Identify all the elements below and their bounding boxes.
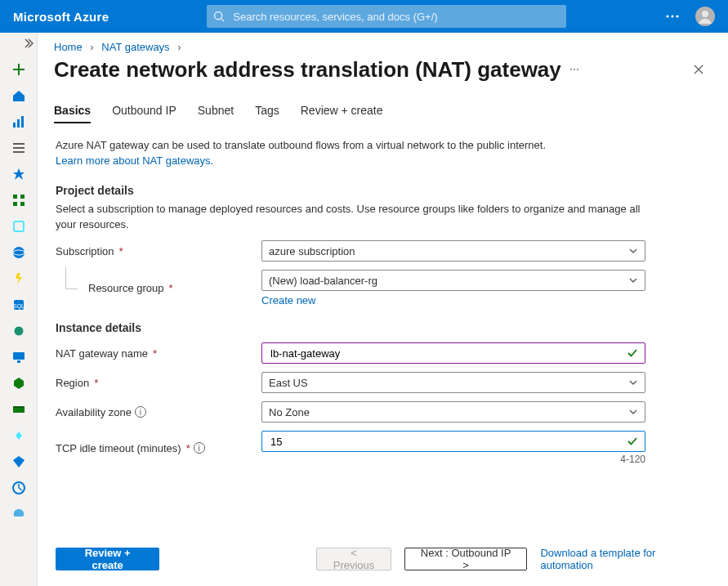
nat-name-field[interactable] [269, 343, 623, 363]
intro-text: Azure NAT gateway can be used to transla… [56, 138, 660, 169]
info-icon[interactable]: i [194, 442, 205, 454]
svg-point-2 [666, 15, 668, 17]
search-input[interactable] [231, 10, 560, 24]
nav-cosmos[interactable] [0, 318, 38, 344]
nav-resource-groups[interactable] [0, 213, 38, 239]
chevron-down-icon [628, 275, 638, 285]
availability-zone-value: No Zone [269, 406, 310, 418]
nav-all-services[interactable] [0, 135, 38, 161]
wizard-tabs: Basics Outbound IP Subnet Tags Review + … [38, 89, 728, 123]
close-icon [693, 64, 704, 75]
breadcrumb-home[interactable]: Home [54, 41, 83, 53]
nav-storage[interactable] [0, 396, 38, 423]
page-commands-icon[interactable]: ⋯ [569, 64, 581, 75]
resource-group-label: Resource group* [56, 279, 261, 297]
region-label: Region* [56, 374, 261, 392]
svg-rect-11 [13, 202, 17, 206]
svg-point-6 [702, 11, 708, 17]
svg-point-0 [215, 12, 222, 20]
svg-rect-14 [14, 221, 24, 231]
project-details-desc: Select a subscription to manage deployed… [56, 202, 660, 233]
nav-dashboard[interactable] [0, 109, 38, 135]
nav-load-balancer[interactable] [0, 370, 38, 396]
chevron-down-icon [628, 378, 638, 387]
svg-point-4 [676, 15, 678, 17]
svg-rect-12 [20, 195, 25, 199]
nat-name-input[interactable] [261, 342, 645, 364]
region-dropdown[interactable]: East US [261, 372, 645, 393]
nav-expand-icon[interactable] [22, 38, 33, 51]
left-nav-rail: SQL [0, 33, 38, 586]
availability-zone-label: Availability zone i [56, 403, 261, 422]
svg-rect-8 [17, 119, 20, 127]
wizard-footer: Review + create < Previous Next : Outbou… [38, 531, 728, 586]
section-instance-details: Instance details [56, 321, 710, 334]
resource-group-value: (New) load-balancer-rg [269, 275, 377, 287]
chevron-down-icon [628, 246, 638, 256]
page-title: Create network address translation (NAT)… [54, 57, 561, 83]
svg-point-15 [13, 247, 25, 258]
subscription-value: azure subscription [269, 245, 355, 257]
previous-button: < Previous [316, 548, 391, 570]
availability-zone-dropdown[interactable]: No Zone [261, 401, 645, 423]
create-new-rg-link[interactable]: Create new [261, 294, 645, 306]
global-search[interactable] [207, 5, 566, 28]
tab-review-create[interactable]: Review + create [301, 104, 383, 123]
svg-rect-13 [20, 202, 25, 206]
nav-favorites[interactable] [0, 161, 38, 187]
nav-advisor[interactable] [0, 501, 38, 527]
close-blade-button[interactable] [686, 56, 712, 83]
svg-text:SQL: SQL [12, 303, 24, 310]
resource-group-dropdown[interactable]: (New) load-balancer-rg [261, 270, 645, 291]
info-icon[interactable]: i [135, 406, 146, 418]
nav-monitor[interactable] [0, 475, 38, 501]
tab-subnet[interactable]: Subnet [198, 104, 234, 123]
breadcrumb: Home › NAT gateways › [38, 33, 728, 56]
search-icon [213, 11, 225, 22]
breadcrumb-nat-gateways[interactable]: NAT gateways [101, 41, 169, 53]
nav-create[interactable] [0, 56, 38, 83]
tcp-timeout-range: 4-120 [261, 454, 645, 465]
nav-vnet[interactable] [0, 423, 38, 449]
tcp-timeout-field[interactable] [269, 432, 623, 451]
nav-all-resources[interactable] [0, 187, 38, 213]
download-template-link[interactable]: Download a template for automation [540, 547, 710, 571]
svg-rect-22 [17, 360, 20, 363]
avatar[interactable] [689, 0, 721, 33]
tab-outbound-ip[interactable]: Outbound IP [112, 104, 176, 123]
chevron-right-icon: › [177, 41, 181, 53]
chevron-right-icon: › [90, 41, 93, 53]
nav-sql[interactable]: SQL [0, 292, 38, 318]
section-project-details: Project details [56, 184, 710, 197]
svg-rect-9 [21, 116, 24, 127]
tab-tags[interactable]: Tags [255, 104, 279, 123]
tab-basics[interactable]: Basics [54, 104, 91, 123]
svg-point-3 [671, 15, 673, 17]
tcp-timeout-label: TCP idle timeout (minutes)* i [56, 439, 261, 458]
nav-aad[interactable] [0, 449, 38, 475]
brand-logo[interactable]: Microsoft Azure [13, 10, 109, 24]
check-icon [627, 347, 638, 359]
next-button[interactable]: Next : Outbound IP > [404, 548, 528, 570]
subscription-dropdown[interactable]: azure subscription [261, 240, 645, 262]
chevron-down-icon [628, 407, 638, 417]
nat-name-label: NAT gateway name* [56, 344, 261, 363]
learn-more-link[interactable]: Learn more about NAT gateways. [56, 154, 213, 167]
nav-home[interactable] [0, 83, 38, 109]
region-value: East US [269, 377, 308, 389]
nav-functions[interactable] [0, 266, 38, 292]
nav-vm[interactable] [0, 344, 38, 370]
svg-rect-21 [13, 352, 25, 360]
global-header: Microsoft Azure [0, 0, 728, 33]
svg-rect-10 [13, 195, 17, 199]
svg-line-1 [221, 19, 225, 22]
main-panel: Home › NAT gateways › Create network add… [38, 33, 728, 586]
intro-text-body: Azure NAT gateway can be used to transla… [56, 139, 546, 151]
check-icon [627, 436, 638, 447]
review-create-button[interactable]: Review + create [56, 548, 159, 570]
nav-app-services[interactable] [0, 239, 38, 266]
tcp-timeout-input[interactable] [261, 431, 645, 452]
more-icon[interactable] [656, 0, 689, 33]
subscription-label: Subscription* [56, 242, 261, 261]
svg-rect-24 [13, 406, 25, 408]
